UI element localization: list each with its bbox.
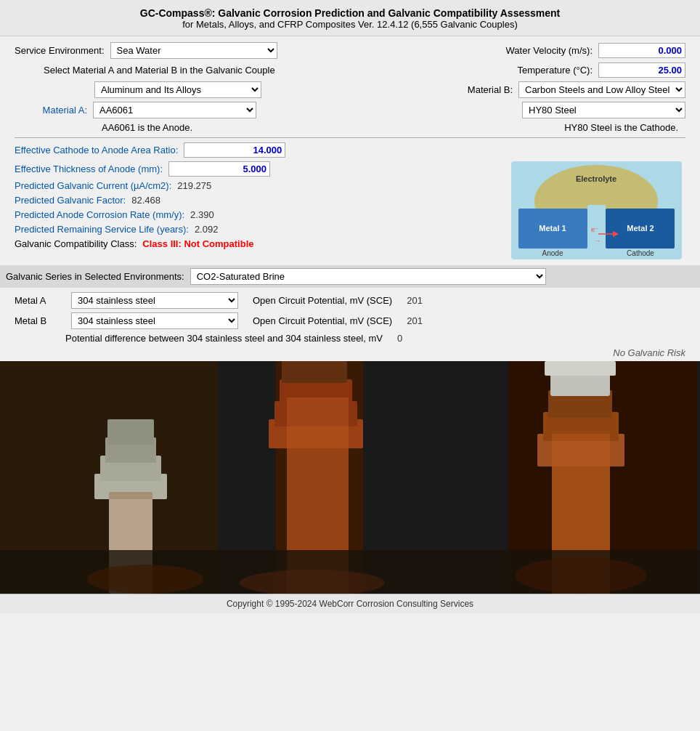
temperature-label: Temperature (°C): xyxy=(518,65,593,76)
cathode-anode-ratio-label: Effective Cathode to Anode Area Ratio: xyxy=(15,145,178,156)
material-b-label: Material B: xyxy=(468,84,513,95)
metal-a-select[interactable]: 304 stainless steel xyxy=(71,292,238,309)
svg-text:e⁻: e⁻ xyxy=(591,226,598,233)
service-life-label: Predicted Remaining Service Life (years)… xyxy=(15,224,189,235)
potential-diff-value: 0 xyxy=(397,333,402,344)
galvanic-diagram-area: e⁻ → Electrolyte Metal 1 Metal 2 Anode C… xyxy=(504,161,685,262)
anode-thickness-label: Effective Thickness of Anode (mm): xyxy=(15,163,163,174)
thickness-diagram-row: Effective Thickness of Anode (mm): 5.000… xyxy=(15,161,685,262)
material-a-category-select[interactable]: Aluminum and Its Alloys xyxy=(94,81,261,98)
header-title: GC-Compass®: Galvanic Corrosion Predicti… xyxy=(4,7,696,19)
metal-b-select[interactable]: 304 stainless steel xyxy=(71,312,238,329)
material-sub-row: Material A: AA6061 HY80 Steel xyxy=(15,102,685,118)
material-b-category-select[interactable]: Carbon Steels and Low Alloy Steels xyxy=(518,81,685,98)
galvanic-series-row: Galvanic Series in Selected Environments… xyxy=(0,265,700,288)
material-category-row: Aluminum and Its Alloys Material B: Carb… xyxy=(15,81,685,98)
galvanic-factor-row: Predicted Galvanic Factor: 82.468 xyxy=(15,195,504,206)
app-header: GC-Compass®: Galvanic Corrosion Predicti… xyxy=(0,0,700,36)
corrosion-image xyxy=(0,361,700,594)
select-material-label: Select Material A and Material B in the … xyxy=(44,65,275,76)
svg-text:Anode: Anode xyxy=(542,249,563,257)
galvanic-current-row: Predicted Galvanic Current (µA/cm2): 219… xyxy=(15,180,504,191)
env-row: Service Environment: Sea Water Water Vel… xyxy=(15,42,685,59)
anode-label: AA6061 is the Anode. xyxy=(102,122,192,133)
app-footer: Copyright © 1995-2024 WebCorr Corrosion … xyxy=(0,594,700,613)
anode-corrosion-label: Predicted Anode Corrosion Rate (mm/y): xyxy=(15,209,184,220)
service-env-label: Service Environment: xyxy=(15,45,105,56)
compatibility-row: Galvanic Compatibility Class: Class III:… xyxy=(15,238,504,249)
svg-text:Metal 2: Metal 2 xyxy=(627,224,654,233)
thickness-row: Effective Thickness of Anode (mm): 5.000 xyxy=(15,161,504,177)
svg-point-38 xyxy=(87,565,203,594)
temperature-input[interactable]: 25.00 xyxy=(598,62,685,78)
svg-text:→: → xyxy=(595,238,601,244)
footer-text: Copyright © 1995-2024 WebCorr Corrosion … xyxy=(227,599,473,609)
no-galvanic-risk: No Galvanic Risk xyxy=(15,347,685,358)
no-galvanic-risk-text: No Galvanic Risk xyxy=(613,347,685,358)
svg-text:Metal 1: Metal 1 xyxy=(539,224,566,233)
potential-diff-row: Potential difference between 304 stainle… xyxy=(15,333,685,344)
header-subtitle: for Metals, Alloys, and CFRP Composites … xyxy=(4,19,696,30)
galvanic-diagram-svg: e⁻ → Electrolyte Metal 1 Metal 2 Anode C… xyxy=(511,161,682,259)
anode-corrosion-row: Predicted Anode Corrosion Rate (mm/y): 2… xyxy=(15,209,504,220)
metal-a-row: Metal A 304 stainless steel Open Circuit… xyxy=(15,292,685,309)
svg-text:Cathode: Cathode xyxy=(627,249,654,257)
water-velocity-input[interactable]: 0.000 xyxy=(598,43,685,58)
metal-potential-section: Metal A 304 stainless steel Open Circuit… xyxy=(0,292,700,358)
corrosion-svg xyxy=(0,361,700,594)
service-life-value: 2.092 xyxy=(195,224,219,235)
metal-b-ocp-label: Open Circuit Potential, mV (SCE) xyxy=(253,315,392,326)
metal-a-ocp-label: Open Circuit Potential, mV (SCE) xyxy=(253,295,392,306)
anode-corrosion-value: 2.390 xyxy=(190,209,214,220)
anode-cathode-row: AA6061 is the Anode. HY80 Steel is the C… xyxy=(15,122,685,133)
cathode-anode-ratio-input[interactable]: 14.000 xyxy=(184,142,285,158)
form-area: Service Environment: Sea Water Water Vel… xyxy=(0,36,700,265)
metal-b-label: Metal B xyxy=(15,315,65,326)
material-a-sub-select[interactable]: AA6061 xyxy=(93,102,256,118)
svg-rect-27 xyxy=(282,361,347,383)
service-life-row: Predicted Remaining Service Life (years)… xyxy=(15,224,504,235)
compatibility-value: Class III: Not Compatible xyxy=(142,238,253,249)
material-b-sub-select[interactable]: HY80 Steel xyxy=(522,102,685,118)
cathode-label: HY80 Steel is the Cathode. xyxy=(564,122,678,133)
metal-a-ocp-value: 201 xyxy=(407,295,423,306)
material-select-row: Select Material A and Material B in the … xyxy=(15,62,685,78)
compatibility-label: Galvanic Compatibility Class: xyxy=(15,238,137,249)
svg-rect-20 xyxy=(107,419,154,445)
galvanic-current-value: 219.275 xyxy=(177,180,211,191)
service-env-select[interactable]: Sea Water xyxy=(110,42,277,59)
potential-diff-label: Potential difference between 304 stainle… xyxy=(65,333,383,344)
ratio-row: Effective Cathode to Anode Area Ratio: 1… xyxy=(15,142,685,158)
galvanic-current-label: Predicted Galvanic Current (µA/cm2): xyxy=(15,180,171,191)
anode-thickness-input[interactable]: 5.000 xyxy=(168,161,270,177)
thickness-and-results: Effective Thickness of Anode (mm): 5.000… xyxy=(15,161,504,253)
galvanic-series-label: Galvanic Series in Selected Environments… xyxy=(6,271,184,282)
svg-text:Electrolyte: Electrolyte xyxy=(576,174,616,183)
svg-rect-35 xyxy=(545,361,616,376)
galvanic-series-select[interactable]: CO2-Saturated Brine xyxy=(190,268,546,285)
water-velocity-label: Water Velocity (m/s): xyxy=(506,45,593,56)
galvanic-factor-value: 82.468 xyxy=(131,195,160,206)
metal-a-label: Metal A xyxy=(15,295,65,306)
metal-b-row: Metal B 304 stainless steel Open Circuit… xyxy=(15,312,685,329)
galvanic-factor-label: Predicted Galvanic Factor: xyxy=(15,195,126,206)
svg-point-40 xyxy=(516,557,646,594)
metal-b-ocp-value: 201 xyxy=(407,315,423,326)
material-a-label: Material A: xyxy=(15,105,87,116)
